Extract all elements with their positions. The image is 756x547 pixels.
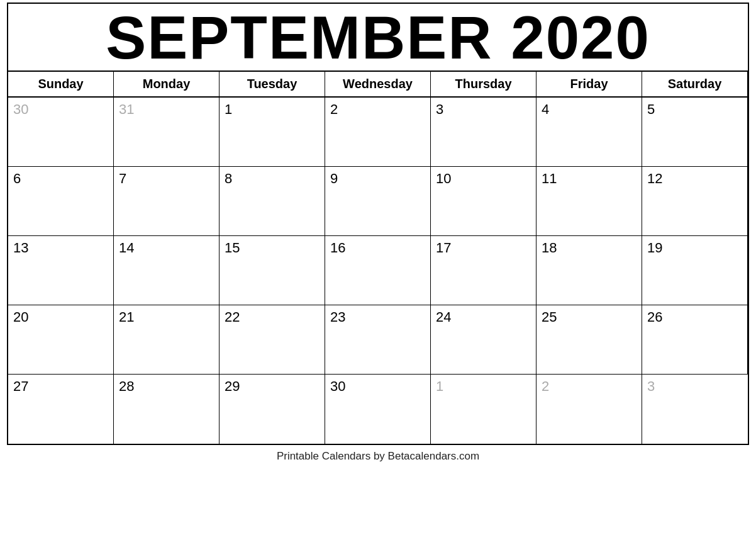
day-cell: 27	[8, 375, 114, 444]
day-header-sunday: Sunday	[8, 72, 114, 98]
day-cell: 26	[642, 305, 748, 375]
calendar-grid: SundayMondayTuesdayWednesdayThursdayFrid…	[8, 72, 748, 444]
day-cell: 15	[220, 236, 325, 305]
day-cell: 2	[325, 98, 431, 167]
day-cell: 4	[536, 98, 642, 167]
day-cell: 9	[325, 167, 431, 236]
day-cell: 24	[431, 305, 536, 375]
day-cell: 10	[431, 167, 536, 236]
day-cell: 20	[8, 305, 114, 375]
day-cell: 8	[220, 167, 325, 236]
day-header-saturday: Saturday	[642, 72, 748, 98]
day-cell: 6	[8, 167, 114, 236]
day-header-friday: Friday	[536, 72, 642, 98]
day-cell: 30	[325, 375, 431, 444]
day-cell: 22	[220, 305, 325, 375]
day-cell: 12	[642, 167, 748, 236]
calendar-container: SEPTEMBER 2020 SundayMondayTuesdayWednes…	[7, 3, 749, 445]
day-cell: 18	[536, 236, 642, 305]
day-header-monday: Monday	[114, 72, 220, 98]
day-cell: 16	[325, 236, 431, 305]
calendar-title: SEPTEMBER 2020	[8, 4, 748, 72]
day-cell: 28	[114, 375, 220, 444]
day-cell: 13	[8, 236, 114, 305]
day-header-thursday: Thursday	[431, 72, 536, 98]
day-cell: 1	[220, 98, 325, 167]
day-header-wednesday: Wednesday	[325, 72, 431, 98]
day-cell: 31	[114, 98, 220, 167]
day-cell: 5	[642, 98, 748, 167]
day-cell: 2	[536, 375, 642, 444]
day-cell: 29	[220, 375, 325, 444]
day-cell: 23	[325, 305, 431, 375]
day-cell: 11	[536, 167, 642, 236]
day-cell: 7	[114, 167, 220, 236]
day-cell: 3	[431, 98, 536, 167]
day-cell: 17	[431, 236, 536, 305]
day-header-tuesday: Tuesday	[220, 72, 325, 98]
day-cell: 21	[114, 305, 220, 375]
day-cell: 25	[536, 305, 642, 375]
day-cell: 19	[642, 236, 748, 305]
day-cell: 14	[114, 236, 220, 305]
day-cell: 3	[642, 375, 748, 444]
footer: Printable Calendars by Betacalendars.com	[0, 445, 756, 465]
day-cell: 30	[8, 98, 114, 167]
day-cell: 1	[431, 375, 536, 444]
